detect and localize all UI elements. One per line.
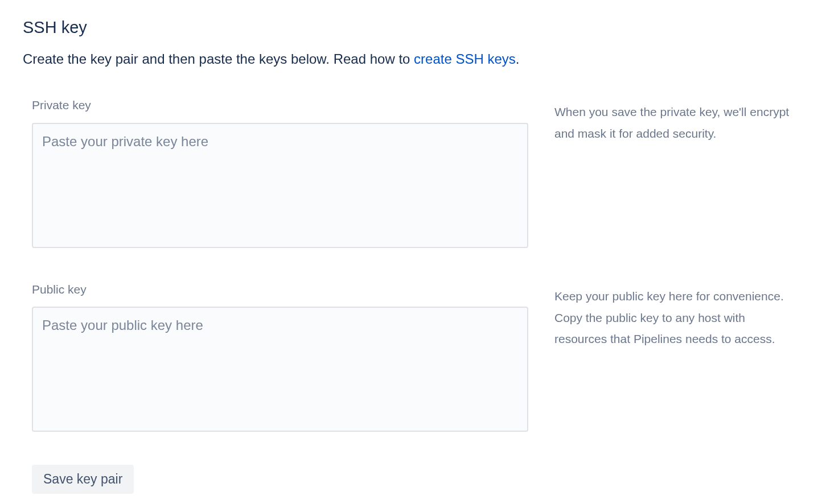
save-key-pair-button[interactable]: Save key pair [32, 465, 134, 494]
private-key-label: Private key [32, 97, 528, 113]
page-title: SSH key [23, 16, 799, 39]
description-suffix: . [516, 51, 520, 67]
private-key-group: Private key When you save the private ke… [32, 97, 799, 253]
private-key-help: When you save the private key, we'll enc… [554, 97, 794, 144]
page-description: Create the key pair and then paste the k… [23, 49, 799, 69]
create-ssh-keys-link[interactable]: create SSH keys [414, 51, 516, 67]
public-key-input[interactable] [32, 307, 528, 432]
public-key-help: Keep your public key here for convenienc… [554, 281, 794, 350]
private-key-input[interactable] [32, 123, 528, 248]
description-prefix: Create the key pair and then paste the k… [23, 51, 414, 67]
public-key-group: Public key Keep your public key here for… [32, 281, 799, 437]
public-key-label: Public key [32, 281, 528, 298]
